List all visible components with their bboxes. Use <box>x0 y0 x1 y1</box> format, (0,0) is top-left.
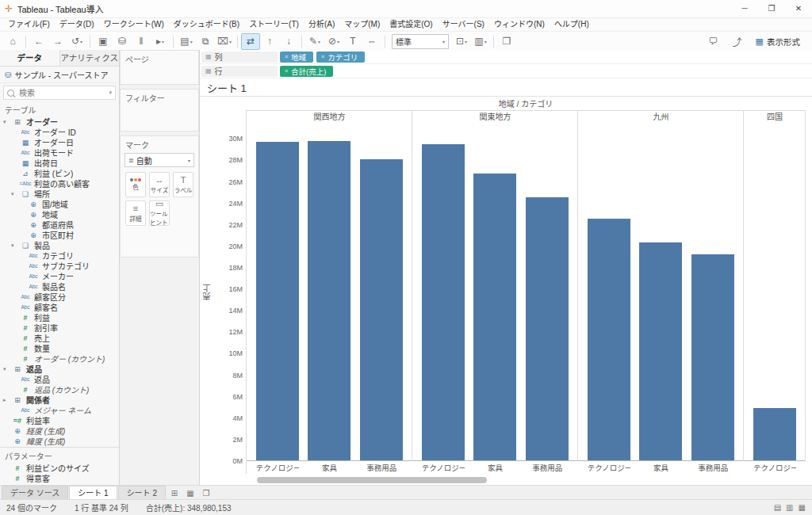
minimize-button[interactable]: ─ <box>731 0 758 17</box>
column-field-header[interactable]: 地域 / カテゴリ <box>246 99 806 111</box>
field-item[interactable]: #割引率 <box>0 322 119 333</box>
menu-item[interactable]: データ(D) <box>55 18 99 31</box>
category-label[interactable]: 家具 <box>473 462 516 473</box>
bar-mark[interactable] <box>360 159 403 460</box>
menu-item[interactable]: ヘルプ(H) <box>550 18 594 31</box>
category-label[interactable]: 家具 <box>639 462 682 473</box>
tab-data[interactable]: データ <box>0 50 60 66</box>
menu-item[interactable]: ウィンドウ(N) <box>489 18 550 31</box>
expander-icon[interactable]: ▸ <box>3 397 9 403</box>
field-item[interactable]: ⊕緯度 (生成) <box>0 436 119 446</box>
category-label[interactable]: 事務用品 <box>360 462 403 473</box>
field-item[interactable]: ▾⊞返品 <box>0 364 119 374</box>
expander-icon[interactable]: ▾ <box>11 242 17 249</box>
new-datasource-button[interactable]: ⛁ <box>113 33 132 50</box>
shelf-pill[interactable]: ≡カテゴリ <box>316 52 365 63</box>
menu-item[interactable]: ワークシート(W) <box>99 18 169 31</box>
mark-type-dropdown[interactable]: ≣ 自動 ▾ <box>124 153 194 167</box>
category-label[interactable]: 事務用品 <box>691 462 734 473</box>
field-item[interactable]: #利益ビンのサイズ <box>0 463 119 473</box>
expander-icon[interactable]: ▾ <box>11 191 17 197</box>
datasource-item[interactable]: ⛁ サンプル - スーパーストア <box>0 67 119 83</box>
highlight-button[interactable]: ✎▾ <box>305 33 324 50</box>
data-guide-button[interactable]: 🗩 <box>704 33 723 50</box>
rows-shelf[interactable]: ≡合計(売上) <box>280 66 812 77</box>
replay-button[interactable]: ↺▾ <box>67 33 86 50</box>
sheet-sorter-icon[interactable]: ▤ <box>774 503 781 512</box>
region-header[interactable]: 四国 <box>744 111 806 124</box>
pause-updates-button[interactable]: ‖ <box>132 33 151 50</box>
field-item[interactable]: #売上 <box>0 333 119 343</box>
field-item[interactable]: Abc顧客名 <box>0 302 119 312</box>
bar-mark[interactable] <box>588 219 630 460</box>
expander-icon[interactable]: ▾ <box>3 366 9 372</box>
region-header[interactable]: 関西地方 <box>247 111 412 124</box>
bar-mark[interactable] <box>308 141 350 460</box>
category-label[interactable]: テクノロジー <box>422 462 465 473</box>
shelf-pill[interactable]: ≡地域 <box>280 52 313 63</box>
home-button[interactable]: ⌂ <box>3 33 22 50</box>
field-item[interactable]: ⊕国/地域 <box>0 199 119 209</box>
category-label[interactable]: 家具 <box>308 462 350 473</box>
duplicate-sheet-button[interactable]: ⧉ <box>196 33 215 50</box>
category-label[interactable]: テクノロジー <box>256 462 299 473</box>
presentation-mode-button[interactable]: ❐ <box>497 33 516 50</box>
category-label[interactable]: 事務用品 <box>526 462 569 473</box>
bar-mark[interactable] <box>753 408 796 460</box>
tab-sheet-1[interactable]: シート 1 <box>69 486 117 500</box>
field-item[interactable]: #利益 <box>0 312 119 322</box>
field-item[interactable]: =Abc利益の高い顧客 <box>0 178 119 189</box>
sort-descending-button[interactable]: ↓ <box>279 33 298 50</box>
maximize-button[interactable]: ❐ <box>758 0 785 17</box>
tab-sheet-2[interactable]: シート 2 <box>118 486 166 500</box>
sort-ascending-button[interactable]: ↑ <box>260 33 279 50</box>
field-item[interactable]: Abcメジャー ネーム <box>0 405 119 415</box>
menu-item[interactable]: 書式設定(O) <box>385 18 437 31</box>
search-input[interactable] <box>17 88 105 98</box>
field-item[interactable]: #得意客 <box>0 473 119 483</box>
filters-shelf[interactable]: フィルター <box>120 89 199 132</box>
view-options-icon[interactable]: ▾ <box>109 90 112 96</box>
field-item[interactable]: Abc出荷モード <box>0 147 119 158</box>
field-item[interactable]: #返品 (カウント) <box>0 384 119 395</box>
label-button[interactable]: Tラベル <box>173 172 193 197</box>
new-dashboard-icon[interactable]: ▦ <box>182 486 198 500</box>
clear-sheet-button[interactable]: ⌧▾ <box>215 33 234 50</box>
category-label[interactable]: テクノロジー <box>588 462 630 473</box>
redo-button[interactable]: → <box>48 33 67 50</box>
region-header[interactable]: 関東地方 <box>412 111 578 124</box>
bar-mark[interactable] <box>422 144 465 460</box>
menu-item[interactable]: マップ(M) <box>339 18 385 31</box>
fit-dropdown[interactable]: 標準▾ <box>392 34 449 49</box>
save-button[interactable]: ▣ <box>94 33 113 50</box>
tab-data-source[interactable]: データ ソース <box>2 486 68 500</box>
grid-view-icon[interactable]: ▦ <box>799 503 806 512</box>
menu-item[interactable]: ファイル(F) <box>3 18 55 31</box>
new-worksheet-button[interactable]: ▤▾ <box>177 33 196 50</box>
field-item[interactable]: Abc顧客区分 <box>0 292 119 302</box>
fit-button[interactable]: ⊡▾ <box>452 33 471 50</box>
bar-mark[interactable] <box>473 174 516 460</box>
category-label[interactable]: テクノロジー <box>753 462 796 473</box>
tab-analytics[interactable]: アナリティクス <box>60 50 120 66</box>
swap-axes-button[interactable]: ⇄ <box>241 33 260 50</box>
share-button[interactable]: ⤴ <box>728 33 747 50</box>
run-updates-button[interactable]: ▸▾ <box>151 33 170 50</box>
fix-axes-button[interactable]: ⇔ <box>362 33 381 50</box>
group-members-button[interactable]: ⊘▾ <box>324 33 343 50</box>
columns-shelf[interactable]: ≡地域≡カテゴリ <box>280 52 812 63</box>
field-item[interactable]: ⊕市区町村 <box>0 230 119 240</box>
shelf-pill[interactable]: ≡合計(売上) <box>280 66 333 77</box>
tooltip-button[interactable]: ▭ツールヒント <box>149 200 170 226</box>
filmstrip-icon[interactable]: ▥ <box>786 503 793 512</box>
bar-mark[interactable] <box>639 242 682 460</box>
color-button[interactable]: 色 <box>125 172 146 197</box>
detail-button[interactable]: ≡詳細 <box>125 200 146 226</box>
new-story-icon[interactable]: ❐ <box>198 486 214 500</box>
menu-item[interactable]: ストーリー(T) <box>244 18 304 31</box>
show-hide-cards-button[interactable]: ▥▾ <box>471 33 490 50</box>
size-button[interactable]: ↔サイズ <box>149 172 170 197</box>
show-mark-labels-button[interactable]: T <box>343 33 362 50</box>
field-item[interactable]: #オーダー (カウント) <box>0 353 119 364</box>
pages-shelf[interactable]: ページ <box>120 50 199 85</box>
